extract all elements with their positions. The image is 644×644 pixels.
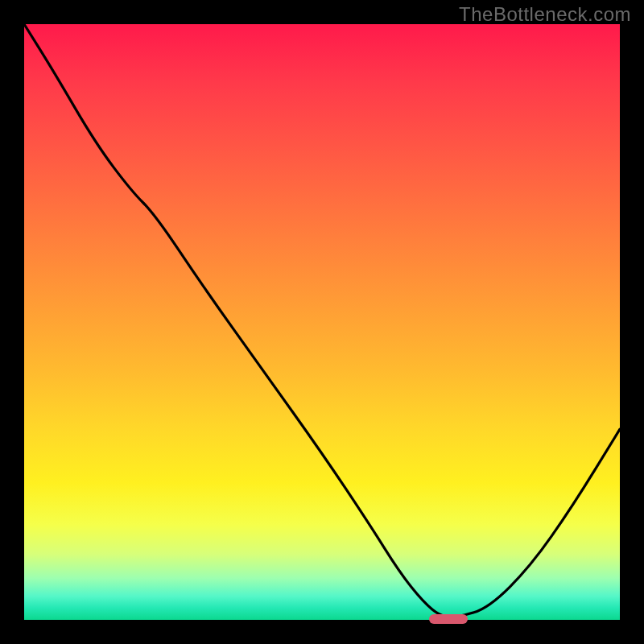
minimum-marker bbox=[429, 614, 468, 624]
bottleneck-curve bbox=[24, 24, 620, 620]
watermark-text: TheBottleneck.com bbox=[459, 3, 631, 26]
plot-area bbox=[24, 24, 620, 620]
chart-frame: TheBottleneck.com bbox=[0, 0, 644, 644]
